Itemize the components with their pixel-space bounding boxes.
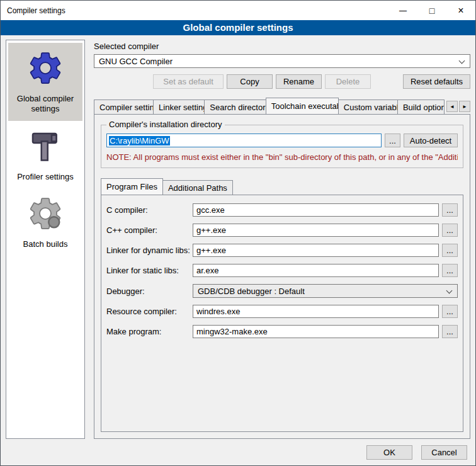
installation-directory-browse-button[interactable]: ... [385,134,400,147]
reset-defaults-button[interactable]: Reset defaults [403,74,470,89]
selected-text: C:\raylib\MinGW [109,136,170,145]
toolchain-executables-page: Compiler's installation directory C:\ray… [94,114,470,439]
installation-directory-row: C:\raylib\MinGW ... Auto-detect [106,134,458,147]
cancel-button[interactable]: Cancel [421,445,467,460]
dialog-footer: OK Cancel [1,439,475,465]
field-row-linker-dynamic: Linker for dynamic libs: ... [106,244,458,257]
maximize-button[interactable]: □ [417,1,446,20]
linker-dynamic-input[interactable] [193,244,439,257]
selected-compiler-label: Selected compiler [94,42,470,51]
c-compiler-input[interactable] [193,203,439,217]
titlebar: Compiler settings — □ × [1,1,475,20]
linker-dynamic-browse-button[interactable]: ... [442,244,458,257]
resource-compiler-browse-button[interactable]: ... [442,305,458,318]
dialog-banner-title: Global compiler settings [1,20,475,35]
tab-toolchain-executables[interactable]: Toolchain executables [266,98,339,114]
sidebar-item-global-compiler-settings[interactable]: Global compiler settings [8,43,82,121]
chevron-down-icon [459,58,465,64]
debugger-label: Debugger: [106,287,193,296]
gray-gears-icon [25,193,65,234]
compiler-tabs: Compiler settings Linker settings Search… [94,98,470,114]
settings-category-sidebar: Global compiler settings Profiler settin… [6,40,85,439]
cpp-compiler-browse-button[interactable]: ... [442,224,458,237]
auto-detect-button[interactable]: Auto-detect [404,134,458,147]
tab-scroll-right-icon[interactable]: ► [459,101,470,112]
tab-custom-variables[interactable]: Custom variables [338,99,398,114]
compiler-settings-window: Compiler settings — □ × Global compiler … [0,0,476,466]
sidebar-item-label: Global compiler settings [9,94,81,115]
sidebar-item-profiler-settings[interactable]: Profiler settings [8,121,82,188]
sidebar-item-label: Profiler settings [17,172,74,182]
linker-static-browse-button[interactable]: ... [442,264,458,277]
sidebar-item-batch-builds[interactable]: Batch builds [8,188,82,256]
tab-program-files[interactable]: Program Files [101,178,163,195]
field-row-debugger: Debugger: GDB/CDB debugger : Default [106,284,458,298]
program-files-tabs: Program Files Additional Paths [101,178,463,195]
resource-compiler-label: Resource compiler: [106,307,193,316]
c-compiler-browse-button[interactable]: ... [442,203,458,217]
blue-gear-icon [25,48,65,88]
field-row-cpp-compiler: C++ compiler: ... [106,224,458,237]
ok-button[interactable]: OK [366,445,412,460]
field-row-resource-compiler: Resource compiler: ... [106,305,458,318]
global-compiler-settings-panel: Selected compiler GNU GCC Compiler Set a… [94,40,470,439]
rename-button[interactable]: Rename [276,74,322,89]
window-title: Compiler settings [7,6,65,15]
selected-compiler-dropdown[interactable]: GNU GCC Compiler [94,54,470,68]
cpp-compiler-input[interactable] [193,224,439,237]
sidebar-item-label: Batch builds [23,239,68,249]
program-files-page: C compiler: ... C++ compiler: ... Linker… [101,195,463,432]
make-program-input[interactable] [193,325,439,338]
set-as-default-button[interactable]: Set as default [153,74,224,89]
make-program-label: Make program: [106,327,193,336]
dialog-content: Global compiler settings Profiler settin… [1,35,475,439]
selected-compiler-value: GNU GCC Compiler [99,57,173,66]
installation-directory-input[interactable]: C:\raylib\MinGW [106,134,382,147]
tab-additional-paths[interactable]: Additional Paths [162,180,233,195]
cpp-compiler-label: C++ compiler: [106,225,193,235]
installation-directory-label: Compiler's installation directory [106,120,225,129]
c-compiler-label: C compiler: [106,205,193,215]
window-controls: — □ × [388,1,475,20]
linker-dynamic-label: Linker for dynamic libs: [106,246,193,255]
installation-directory-groupbox: Compiler's installation directory C:\ray… [101,125,463,168]
chevron-down-icon [446,288,453,294]
tab-scroll-buttons: ◄ ► [446,101,470,112]
profiler-tool-icon [25,126,65,166]
debugger-select[interactable]: GDB/CDB debugger : Default [193,284,458,298]
bin-subdirectory-note: NOTE: All programs must exist either in … [106,152,458,162]
tab-search-directories[interactable]: Search directories [204,99,266,114]
minimize-button[interactable]: — [388,1,417,20]
compiler-actions: Set as default Copy Rename Delete Reset … [94,74,470,89]
copy-button[interactable]: Copy [227,74,273,89]
tab-build-options[interactable]: Build options [397,99,445,114]
tab-linker-settings[interactable]: Linker settings [153,99,205,114]
close-button[interactable]: × [446,1,475,20]
tab-compiler-settings[interactable]: Compiler settings [94,99,154,114]
linker-static-input[interactable] [193,264,439,277]
linker-static-label: Linker for static libs: [106,266,193,275]
delete-button[interactable]: Delete [325,74,371,89]
field-row-make-program: Make program: ... [106,325,458,338]
field-row-linker-static: Linker for static libs: ... [106,264,458,277]
make-program-browse-button[interactable]: ... [442,325,458,338]
tab-scroll-left-icon[interactable]: ◄ [446,101,458,112]
resource-compiler-input[interactable] [193,305,439,318]
field-row-c-compiler: C compiler: ... [106,203,458,217]
debugger-value: GDB/CDB debugger : Default [198,287,305,296]
